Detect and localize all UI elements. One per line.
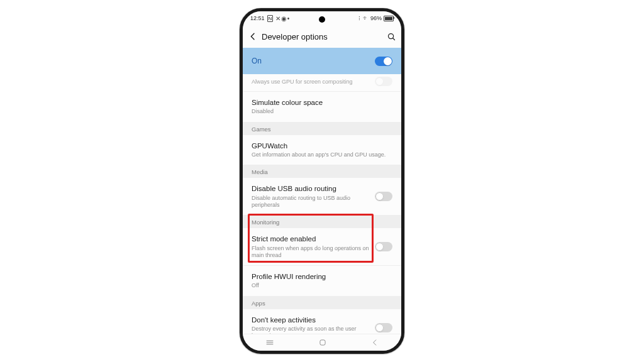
nfc-indicator: N bbox=[267, 15, 274, 22]
master-toggle-switch[interactable] bbox=[375, 57, 392, 66]
svg-line-1 bbox=[393, 38, 395, 40]
battery-text: 96% bbox=[370, 15, 382, 21]
section-media: Media bbox=[243, 165, 401, 178]
profile-hwui-title: Profile HWUI rendering bbox=[252, 272, 392, 281]
gpu-compositing-subtitle: Always use GPU for screen compositing bbox=[252, 79, 353, 85]
dont-keep-activities-subtitle: Destroy every activity as soon as the us… bbox=[252, 326, 371, 334]
nav-recents-icon[interactable] bbox=[265, 339, 275, 346]
simulate-colour-title: Simulate colour space bbox=[252, 98, 392, 107]
strict-mode-subtitle: Flash screen when apps do long operation… bbox=[252, 245, 371, 260]
phone-frame: 12:51 N ✕ ◉ • ⋮ ᯤ 96% Developer options bbox=[240, 8, 404, 354]
section-monitoring: Monitoring bbox=[243, 215, 401, 228]
row-disable-usb-audio[interactable]: Disable USB audio routing Disable automa… bbox=[243, 178, 401, 215]
simulate-colour-subtitle: Disabled bbox=[252, 108, 392, 115]
search-icon[interactable] bbox=[387, 32, 396, 41]
nav-home-icon[interactable] bbox=[318, 338, 327, 347]
battery-icon bbox=[384, 16, 394, 21]
disable-usb-audio-subtitle: Disable automatic routing to USB audio p… bbox=[252, 195, 371, 209]
disable-usb-audio-switch[interactable] bbox=[375, 192, 392, 201]
row-gpuwatch[interactable]: GPUWatch Get information about an app's … bbox=[243, 135, 401, 165]
page-title: Developer options bbox=[262, 32, 328, 41]
back-icon[interactable] bbox=[248, 31, 258, 41]
section-apps: Apps bbox=[243, 296, 401, 309]
row-simulate-colour-space[interactable]: Simulate colour space Disabled bbox=[243, 91, 401, 122]
gpuwatch-subtitle: Get information about an app's CPU and G… bbox=[252, 151, 392, 158]
strict-mode-title: Strict mode enabled bbox=[252, 234, 371, 243]
nav-back-icon[interactable] bbox=[370, 338, 379, 347]
settings-list[interactable]: Always use GPU for screen compositing Si… bbox=[243, 74, 401, 334]
screen: 12:51 N ✕ ◉ • ⋮ ᯤ 96% Developer options bbox=[243, 11, 401, 351]
svg-rect-5 bbox=[320, 340, 325, 345]
master-toggle-row[interactable]: On bbox=[243, 48, 401, 74]
gpu-compositing-switch[interactable] bbox=[375, 77, 392, 86]
section-games: Games bbox=[243, 122, 401, 135]
row-dont-keep-activities[interactable]: Don't keep activities Destroy every acti… bbox=[243, 309, 401, 334]
row-gpu-compositing-partial[interactable]: Always use GPU for screen compositing bbox=[243, 74, 401, 91]
app-bar: Developer options bbox=[243, 25, 401, 48]
gpuwatch-title: GPUWatch bbox=[252, 141, 392, 150]
wifi-icon: ⋮ ᯤ bbox=[358, 15, 369, 21]
dont-keep-activities-title: Don't keep activities bbox=[252, 315, 371, 324]
strict-mode-switch[interactable] bbox=[375, 242, 392, 251]
camera-hole bbox=[319, 16, 325, 23]
status-icons-left: ✕ ◉ • bbox=[275, 15, 289, 22]
master-toggle-label: On bbox=[252, 57, 262, 65]
row-strict-mode[interactable]: Strict mode enabled Flash screen when ap… bbox=[243, 228, 401, 265]
android-nav-bar bbox=[243, 334, 401, 351]
disable-usb-audio-title: Disable USB audio routing bbox=[252, 184, 371, 193]
profile-hwui-subtitle: Off bbox=[252, 282, 392, 289]
status-time: 12:51 bbox=[250, 15, 265, 21]
dont-keep-activities-switch[interactable] bbox=[375, 323, 392, 332]
row-profile-hwui[interactable]: Profile HWUI rendering Off bbox=[243, 265, 401, 296]
